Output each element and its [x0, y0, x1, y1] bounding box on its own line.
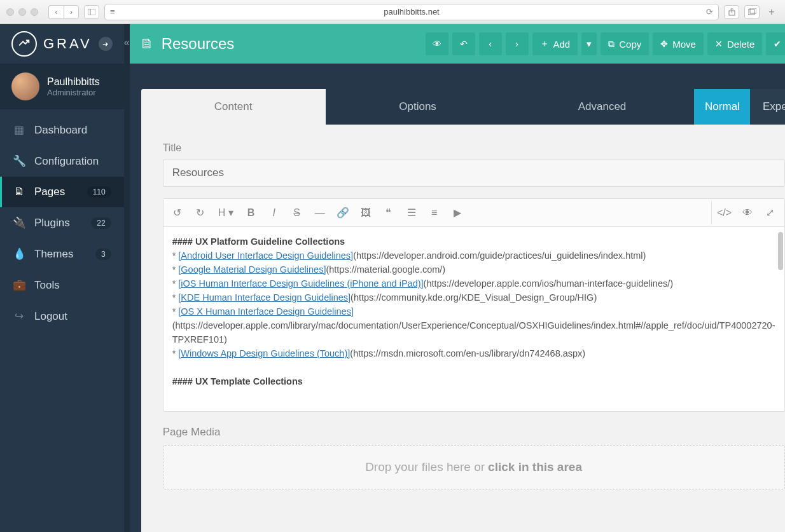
sidebar-toggle-icon[interactable] [84, 5, 99, 19]
tab-advanced[interactable]: Advanced [510, 89, 695, 125]
video-tool[interactable]: ▶ [446, 201, 469, 224]
pages-count-badge: 110 [87, 186, 111, 198]
markdown-link[interactable]: [Windows App Design Guidelines (Touch)] [178, 348, 350, 358]
hr-tool[interactable]: — [309, 201, 331, 224]
tab-options[interactable]: Options [326, 89, 510, 125]
markdown-link[interactable]: [KDE Human Interface Design Guidelines] [178, 292, 351, 303]
code-tool[interactable]: </> [713, 201, 736, 224]
heading-tool[interactable]: H ▾ [212, 201, 240, 224]
nav-label: Dashboard [34, 124, 87, 137]
svg-rect-4 [748, 10, 754, 15]
editor-scrollbar[interactable] [778, 232, 783, 270]
undo-icon: ↶ [460, 39, 468, 49]
next-button[interactable]: › [506, 32, 529, 55]
link-tool[interactable]: 🔗 [331, 201, 354, 224]
tab-content[interactable]: Content [141, 89, 326, 125]
media-dropzone[interactable]: Drop your files here or click in this ar… [163, 445, 785, 489]
tab-mode-expert[interactable]: Expert [750, 89, 785, 125]
sidebar-nav: ▦ Dashboard 🔧 Configuration 🗎 Pages 110 … [0, 109, 124, 332]
plus-icon: ＋ [540, 38, 549, 50]
sidebar-item-dashboard[interactable]: ▦ Dashboard [0, 114, 124, 146]
bold-tool[interactable]: B [240, 201, 263, 224]
quote-tool[interactable]: ❝ [377, 201, 400, 224]
nav-label: Plugins [34, 217, 70, 229]
back-button[interactable]: ‹ [48, 5, 64, 19]
editor-line: * [Google Material Design Guidelines](ht… [172, 263, 775, 276]
svg-rect-0 [88, 9, 95, 15]
brand-name: GRAV [43, 36, 92, 52]
move-button[interactable]: ✥Move [653, 32, 704, 55]
logout-icon: ↪ [13, 310, 25, 323]
delete-button[interactable]: ✕Delete [707, 32, 762, 55]
close-icon: ✕ [715, 39, 723, 49]
new-tab-button[interactable]: + [765, 5, 779, 19]
plugins-count-badge: 22 [91, 217, 111, 229]
user-profile[interactable]: Paulhibbitts Administrator [0, 64, 124, 109]
brand-logo[interactable]: GRAV ➜ [0, 24, 124, 64]
content-panel: Content Options Advanced Normal Expert T… [141, 89, 785, 532]
nav-label: Configuration [34, 155, 99, 168]
markdown-link[interactable]: [Android User Interface Design Guideline… [178, 250, 353, 261]
preview-tool[interactable]: 👁 [736, 201, 759, 224]
markdown-link[interactable]: [OS X Human Interface Design Guidelines] [178, 306, 354, 317]
chevron-down-icon: ▾ [587, 38, 592, 50]
editor-line: * [iOS Human Interface Design Guidelines… [172, 276, 775, 290]
action-bar: 👁 ↶ ‹ › ＋Add ▾ ⧉Copy ✥Move ✕Delete ✔Save [426, 32, 785, 55]
page-title: Resources [162, 35, 235, 53]
editor-textarea[interactable]: #### UX Platform Guideline Collections* … [163, 227, 784, 411]
plug-icon: 🔌 [13, 216, 25, 229]
reload-icon[interactable]: ⟳ [706, 7, 713, 17]
dropzone-text: Drop your files here or [365, 460, 485, 474]
title-input[interactable] [163, 159, 785, 187]
preview-button[interactable]: 👁 [426, 32, 448, 55]
undo-tool[interactable]: ↺ [166, 201, 189, 224]
dropzone-bold: click in this area [488, 460, 582, 474]
fullscreen-tool[interactable]: ⤢ [759, 201, 782, 224]
svg-rect-5 [750, 8, 756, 13]
sidebar-collapse-button[interactable]: « [124, 24, 130, 532]
zoom-window[interactable] [31, 8, 38, 16]
save-button[interactable]: ✔Save [766, 32, 785, 55]
nav-label: Themes [34, 248, 73, 261]
sidebar-item-themes[interactable]: 💧 Themes 3 [0, 238, 124, 269]
add-dropdown-button[interactable]: ▾ [581, 32, 597, 55]
brand-arrow-icon[interactable]: ➜ [99, 37, 113, 51]
address-bar[interactable]: ≡ paulhibbitts.net ⟳ [104, 4, 719, 20]
markdown-link[interactable]: [Google Material Design Guidelines] [178, 264, 326, 275]
copy-button[interactable]: ⧉Copy [601, 32, 649, 55]
nav-label: Tools [34, 279, 60, 292]
sidebar-item-pages[interactable]: 🗎 Pages 110 [0, 177, 124, 207]
title-label: Title [163, 142, 785, 154]
tabs-icon[interactable] [744, 5, 760, 19]
italic-tool[interactable]: I [263, 201, 286, 224]
share-icon[interactable] [724, 5, 739, 19]
sidebar-item-tools[interactable]: 💼 Tools [0, 269, 124, 301]
avatar [11, 72, 39, 100]
strike-tool[interactable]: S [286, 201, 309, 224]
ul-tool[interactable]: ☰ [400, 201, 423, 224]
window-controls [6, 8, 38, 16]
image-tool[interactable]: 🖼 [354, 201, 377, 224]
file-icon: 🗎 [13, 186, 25, 198]
minimize-window[interactable] [18, 8, 26, 16]
sidebar-item-logout[interactable]: ↪ Logout [0, 301, 124, 332]
prev-button[interactable]: ‹ [479, 32, 502, 55]
undo-button[interactable]: ↶ [452, 32, 475, 55]
nav-label: Pages [34, 186, 65, 198]
sidebar-item-configuration[interactable]: 🔧 Configuration [0, 146, 124, 177]
close-window[interactable] [6, 8, 14, 16]
redo-tool[interactable]: ↻ [189, 201, 212, 224]
add-button[interactable]: ＋Add [532, 32, 578, 55]
chevron-right-icon: › [515, 39, 518, 49]
briefcase-icon: 💼 [13, 278, 25, 292]
ol-tool[interactable]: ≡ [423, 201, 446, 224]
editor-line: * [Windows App Design Guidelines (Touch)… [172, 346, 775, 360]
themes-count-badge: 3 [95, 249, 111, 260]
media-label: Page Media [163, 426, 785, 439]
copy-icon: ⧉ [608, 39, 615, 50]
markdown-link[interactable]: [iOS Human Interface Design Guidelines (… [178, 278, 423, 289]
forward-button[interactable]: › [64, 5, 79, 19]
tab-mode-normal[interactable]: Normal [694, 89, 750, 125]
reader-icon[interactable]: ≡ [110, 7, 115, 17]
sidebar-item-plugins[interactable]: 🔌 Plugins 22 [0, 207, 124, 238]
